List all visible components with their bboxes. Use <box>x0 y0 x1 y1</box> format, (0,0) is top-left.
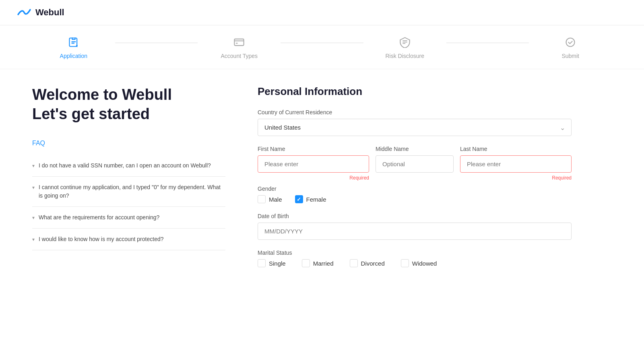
gender-male-label: Male <box>269 196 282 203</box>
logo: Webull <box>16 6 64 19</box>
marital-widowed-option[interactable]: Widowed <box>401 259 437 267</box>
header: Webull <box>0 0 644 25</box>
country-select-wrapper: United States ⌄ <box>258 119 572 136</box>
step-submit-icon <box>563 35 578 50</box>
step-account-types-icon <box>232 35 246 50</box>
left-panel: Welcome to Webull Let's get started FAQ … <box>32 85 225 277</box>
step-submit-label: Submit <box>561 53 579 59</box>
gender-female-option[interactable]: Female <box>295 195 326 203</box>
faq-item-1[interactable]: ▾ I do not have a valid SSN number, can … <box>32 155 225 177</box>
name-row: First Name Required Middle Name Last Nam… <box>258 146 572 173</box>
marital-married-checkbox[interactable] <box>302 259 310 267</box>
marital-widowed-checkbox[interactable] <box>401 259 409 267</box>
country-label: Country of Current Residence <box>258 109 572 116</box>
last-name-field: Last Name Required <box>460 146 572 173</box>
marital-single-option[interactable]: Single <box>258 259 286 267</box>
step-submit[interactable]: Submit <box>529 35 612 59</box>
marital-field: Marital Status Single Married Divorced W… <box>258 250 572 267</box>
faq-question-3[interactable]: ▾ What are the requirements for account … <box>32 213 225 222</box>
svg-rect-2 <box>235 39 244 45</box>
step-application[interactable]: Application <box>32 35 115 59</box>
marital-options: Single Married Divorced Widowed <box>258 259 572 267</box>
faq-item-4[interactable]: ▾ I would like to know how is my account… <box>32 229 225 250</box>
faq-question-2[interactable]: ▾ I cannot continue my application, and … <box>32 183 225 200</box>
marital-married-label: Married <box>313 260 334 267</box>
first-name-field: First Name Required <box>258 146 369 173</box>
step-risk-disclosure-label: Risk Disclosure <box>386 53 424 59</box>
gender-label: Gender <box>258 186 572 192</box>
stepper-line-3 <box>446 43 529 43</box>
gender-male-option[interactable]: Male <box>258 195 282 203</box>
faq-section: FAQ ▾ I do not have a valid SSN number, … <box>32 140 225 250</box>
welcome-title: Welcome to Webull Let's get started <box>32 85 225 124</box>
svg-rect-3 <box>236 43 238 43</box>
step-account-types-label: Account Types <box>221 53 258 59</box>
marital-divorced-option[interactable]: Divorced <box>350 259 385 267</box>
webull-logo-icon <box>16 6 32 19</box>
faq-question-1[interactable]: ▾ I do not have a valid SSN number, can … <box>32 161 225 170</box>
faq-question-text-2: I cannot continue my application, and I … <box>39 183 225 200</box>
faq-question-text-3: What are the requirements for account op… <box>39 213 159 222</box>
step-application-label: Application <box>60 53 88 59</box>
right-panel: Personal Information Country of Current … <box>258 85 572 277</box>
stepper-line-1 <box>115 43 198 43</box>
first-name-label: First Name <box>258 146 369 152</box>
svg-rect-5 <box>402 42 407 43</box>
faq-chevron-4: ▾ <box>32 236 35 243</box>
middle-name-field: Middle Name <box>376 146 454 173</box>
last-name-label: Last Name <box>460 146 572 152</box>
step-account-types[interactable]: Account Types <box>198 35 281 59</box>
svg-rect-4 <box>402 40 407 41</box>
step-risk-disclosure-icon <box>398 35 412 50</box>
marital-married-option[interactable]: Married <box>302 259 334 267</box>
step-risk-disclosure[interactable]: Risk Disclosure <box>363 35 446 59</box>
faq-chevron-1: ▾ <box>32 162 35 169</box>
dob-field: Date of Birth <box>258 213 572 240</box>
last-name-input[interactable] <box>460 155 572 173</box>
name-fields-group: First Name Required Middle Name Last Nam… <box>258 146 572 173</box>
gender-male-checkbox[interactable] <box>258 195 266 203</box>
section-title: Personal Information <box>258 85 572 98</box>
stepper-line-2 <box>281 43 363 43</box>
last-name-required: Required <box>552 175 572 181</box>
dob-label: Date of Birth <box>258 213 572 219</box>
marital-label: Marital Status <box>258 250 572 256</box>
faq-chevron-2: ▾ <box>32 184 35 191</box>
dob-input[interactable] <box>258 223 572 240</box>
country-select[interactable]: United States <box>258 119 572 136</box>
faq-item-3[interactable]: ▾ What are the requirements for account … <box>32 207 225 229</box>
gender-female-checkbox[interactable] <box>295 195 303 203</box>
step-application-icon <box>66 35 81 50</box>
middle-name-input[interactable] <box>376 155 454 173</box>
faq-question-4[interactable]: ▾ I would like to know how is my account… <box>32 235 225 243</box>
country-field: Country of Current Residence United Stat… <box>258 109 572 136</box>
marital-divorced-checkbox[interactable] <box>350 259 358 267</box>
main-content: Welcome to Webull Let's get started FAQ … <box>0 69 604 293</box>
gender-options: Male Female <box>258 195 572 203</box>
faq-question-text-4: I would like to know how is my account p… <box>39 235 164 243</box>
marital-single-label: Single <box>269 260 286 267</box>
faq-item-2[interactable]: ▾ I cannot continue my application, and … <box>32 177 225 207</box>
faq-title: FAQ <box>32 140 225 147</box>
middle-name-label: Middle Name <box>376 146 454 152</box>
marital-single-checkbox[interactable] <box>258 259 266 267</box>
gender-field: Gender Male Female <box>258 186 572 203</box>
logo-text: Webull <box>35 7 64 18</box>
gender-female-label: Female <box>306 196 326 203</box>
marital-widowed-label: Widowed <box>412 260 437 267</box>
faq-question-text-1: I do not have a valid SSN number, can I … <box>39 161 211 170</box>
marital-divorced-label: Divorced <box>361 260 385 267</box>
faq-chevron-3: ▾ <box>32 214 35 221</box>
svg-point-7 <box>566 38 575 47</box>
first-name-required: Required <box>349 175 369 181</box>
first-name-input[interactable] <box>258 155 369 173</box>
svg-rect-6 <box>402 43 405 44</box>
stepper: Application Account Types Risk Disclosur… <box>0 25 644 69</box>
